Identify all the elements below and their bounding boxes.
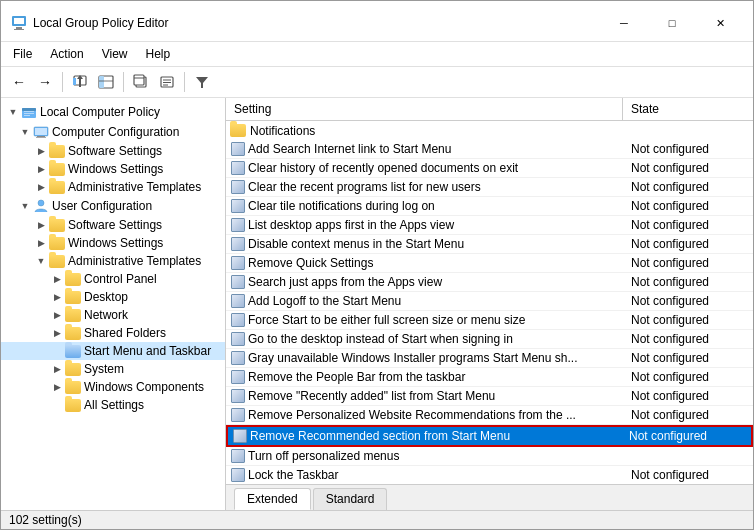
list-item[interactable]: List desktop apps first in the Apps view… bbox=[226, 216, 753, 235]
control-panel-icon bbox=[65, 273, 81, 286]
windows-settings-uc-label: Windows Settings bbox=[68, 236, 163, 250]
filter-button[interactable] bbox=[190, 70, 214, 94]
desktop-label: Desktop bbox=[84, 290, 128, 304]
tree-software-settings-cc[interactable]: ▶ Software Settings bbox=[1, 142, 225, 160]
menu-file[interactable]: File bbox=[5, 44, 40, 64]
list-header: Setting State bbox=[226, 98, 753, 121]
menu-help[interactable]: Help bbox=[138, 44, 179, 64]
close-button[interactable]: ✕ bbox=[697, 9, 743, 37]
row-setting-5: Disable context menus in the Start Menu bbox=[246, 235, 623, 253]
list-item[interactable]: Remove Personalized Website Recommendati… bbox=[226, 406, 753, 425]
list-item[interactable]: Clear the recent programs list for new u… bbox=[226, 178, 753, 197]
row-state-2: Not configured bbox=[623, 178, 753, 196]
desktop-icon bbox=[65, 291, 81, 304]
expand-shared-folders: ▶ bbox=[49, 328, 65, 338]
list-view[interactable]: Setting State Notifications Add Search I… bbox=[226, 98, 753, 484]
tree-root[interactable]: ▼ Local Computer Policy bbox=[1, 102, 225, 122]
tree-admin-templates-cc[interactable]: ▶ Administrative Templates bbox=[1, 178, 225, 196]
user-config-icon bbox=[33, 198, 49, 214]
svg-rect-5 bbox=[73, 78, 76, 85]
svg-rect-3 bbox=[14, 29, 24, 30]
list-item[interactable]: Turn off personalized menus bbox=[226, 447, 753, 466]
list-item[interactable]: Go to the desktop instead of Start when … bbox=[226, 330, 753, 349]
tree-windows-components[interactable]: ▶ Windows Components bbox=[1, 378, 225, 396]
tree-shared-folders[interactable]: ▶ Shared Folders bbox=[1, 324, 225, 342]
list-item[interactable]: Clear history of recently opened documen… bbox=[226, 159, 753, 178]
windows-settings-cc-icon bbox=[49, 163, 65, 176]
list-item[interactable]: Lock the Taskbar Not configured bbox=[226, 466, 753, 484]
row-icon-3 bbox=[226, 199, 246, 213]
list-item[interactable]: Remove the People Bar from the taskbar N… bbox=[226, 368, 753, 387]
row-state-13: Not configured bbox=[623, 387, 753, 405]
menu-action[interactable]: Action bbox=[42, 44, 91, 64]
tree-start-menu[interactable]: Start Menu and Taskbar bbox=[1, 342, 225, 360]
tree-all-settings[interactable]: All Settings bbox=[1, 396, 225, 414]
tree-network[interactable]: ▶ Network bbox=[1, 306, 225, 324]
admin-templates-uc-icon bbox=[49, 255, 65, 268]
list-item[interactable]: Force Start to be either full screen siz… bbox=[226, 311, 753, 330]
expand-windows-cc: ▶ bbox=[33, 164, 49, 174]
title-bar: Local Group Policy Editor ─ □ ✕ bbox=[1, 1, 753, 42]
properties-button[interactable] bbox=[155, 70, 179, 94]
expand-network: ▶ bbox=[49, 310, 65, 320]
svg-rect-2 bbox=[16, 27, 22, 29]
tree-control-panel[interactable]: ▶ Control Panel bbox=[1, 270, 225, 288]
row-setting-8: Add Logoff to the Start Menu bbox=[246, 292, 623, 310]
col-state[interactable]: State bbox=[623, 98, 753, 120]
tree-windows-settings-uc[interactable]: ▶ Windows Settings bbox=[1, 234, 225, 252]
admin-templates-cc-label: Administrative Templates bbox=[68, 180, 201, 194]
row-icon-9 bbox=[226, 313, 246, 327]
tab-standard[interactable]: Standard bbox=[313, 488, 388, 510]
tree-windows-settings-cc[interactable]: ▶ Windows Settings bbox=[1, 160, 225, 178]
row-icon-6 bbox=[226, 256, 246, 270]
up-button[interactable] bbox=[68, 70, 92, 94]
row-state-12: Not configured bbox=[623, 368, 753, 386]
system-label: System bbox=[84, 362, 124, 376]
back-button[interactable]: ← bbox=[7, 70, 31, 94]
list-item[interactable]: Remove Quick Settings Not configured bbox=[226, 254, 753, 273]
svg-rect-18 bbox=[22, 108, 36, 111]
list-item[interactable]: Remove "Recently added" list from Start … bbox=[226, 387, 753, 406]
tab-extended[interactable]: Extended bbox=[234, 488, 311, 510]
row-icon-2 bbox=[226, 180, 246, 194]
list-item[interactable]: Add Logoff to the Start Menu Not configu… bbox=[226, 292, 753, 311]
tree-software-settings-uc[interactable]: ▶ Software Settings bbox=[1, 216, 225, 234]
row-setting-4: List desktop apps first in the Apps view bbox=[246, 216, 623, 234]
new-window-button[interactable] bbox=[129, 70, 153, 94]
status-text: 102 setting(s) bbox=[9, 513, 82, 527]
list-item[interactable]: Search just apps from the Apps view Not … bbox=[226, 273, 753, 292]
category-row: Notifications bbox=[226, 121, 753, 140]
windows-components-label: Windows Components bbox=[84, 380, 204, 394]
list-item[interactable]: Gray unavailable Windows Installer progr… bbox=[226, 349, 753, 368]
list-item[interactable]: Disable context menus in the Start Menu … bbox=[226, 235, 753, 254]
tree-desktop[interactable]: ▶ Desktop bbox=[1, 288, 225, 306]
tree-admin-templates-uc[interactable]: ▼ Administrative Templates bbox=[1, 252, 225, 270]
tree-computer-config[interactable]: ▼ Computer Configuration bbox=[1, 122, 225, 142]
row-setting-3: Clear tile notifications during log on bbox=[246, 197, 623, 215]
right-panel: Setting State Notifications Add Search I… bbox=[226, 98, 753, 510]
row-setting-2: Clear the recent programs list for new u… bbox=[246, 178, 623, 196]
list-item[interactable]: Add Search Internet link to Start Menu N… bbox=[226, 140, 753, 159]
col-setting[interactable]: Setting bbox=[226, 98, 623, 120]
maximize-button[interactable]: □ bbox=[649, 9, 695, 37]
tree-panel[interactable]: ▼ Local Computer Policy ▼ bbox=[1, 98, 226, 510]
all-settings-icon bbox=[65, 399, 81, 412]
row-state-1: Not configured bbox=[623, 159, 753, 177]
list-item[interactable]: Clear tile notifications during log on N… bbox=[226, 197, 753, 216]
root-icon bbox=[21, 104, 37, 120]
svg-rect-23 bbox=[35, 128, 47, 135]
expand-admin-uc: ▼ bbox=[33, 256, 49, 266]
menu-view[interactable]: View bbox=[94, 44, 136, 64]
show-hide-button[interactable] bbox=[94, 70, 118, 94]
svg-rect-19 bbox=[24, 111, 34, 112]
minimize-button[interactable]: ─ bbox=[601, 9, 647, 37]
list-item-selected[interactable]: Remove Recommended section from Start Me… bbox=[226, 425, 753, 447]
tree-user-config[interactable]: ▼ User Configuration bbox=[1, 196, 225, 216]
tree-system[interactable]: ▶ System bbox=[1, 360, 225, 378]
row-setting-12: Remove the People Bar from the taskbar bbox=[246, 368, 623, 386]
expand-desktop: ▶ bbox=[49, 292, 65, 302]
app-icon bbox=[11, 15, 27, 31]
expand-software-uc: ▶ bbox=[33, 220, 49, 230]
forward-button[interactable]: → bbox=[33, 70, 57, 94]
row-state-3: Not configured bbox=[623, 197, 753, 215]
